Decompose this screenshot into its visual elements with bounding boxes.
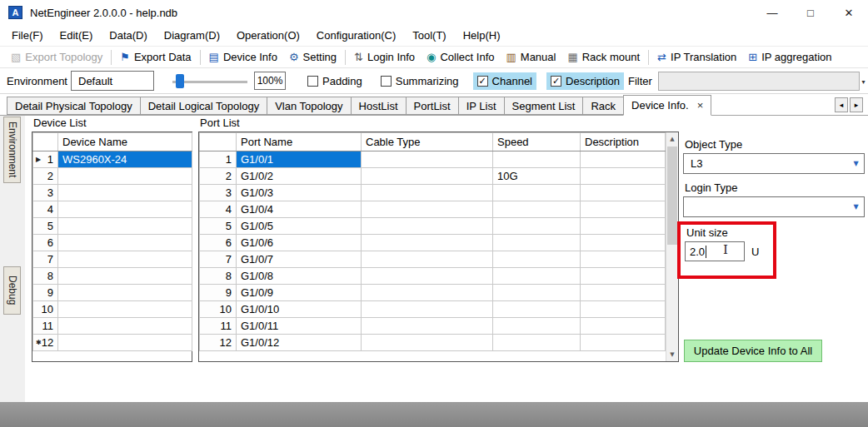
row-header[interactable]: 3 [33,185,58,201]
row-header[interactable]: 11 [33,318,58,335]
port-desc-cell[interactable] [581,251,666,268]
checkbox-summarizing[interactable]: Summarizing [377,72,463,90]
object-type-select[interactable]: L3 ▼ [683,153,865,174]
port-desc-cell[interactable] [581,268,666,285]
side-tab-environment[interactable]: Environment [3,117,21,183]
tab-vlan-topology[interactable]: Vlan Topology [267,97,351,115]
row-header[interactable]: 10 [200,301,237,318]
port-grid-header-description[interactable]: Description [581,133,666,151]
unit-size-input[interactable]: 2.0 [685,241,745,261]
port-cable-cell[interactable] [362,201,493,218]
environment-select[interactable]: Default [71,71,154,91]
zoom-value[interactable]: 100% [254,72,286,90]
device-name-cell[interactable] [58,168,192,185]
device-grid-corner[interactable] [33,133,58,151]
ip-aggregation-button[interactable]: ⊞IP aggregation [742,49,837,65]
port-desc-cell[interactable] [581,301,666,318]
port-port-cell[interactable]: G1/0/6 [237,235,362,251]
device-name-cell[interactable]: WS2960X-24 [58,151,192,168]
device-name-cell[interactable] [58,268,192,285]
tab-scroll-left-icon[interactable]: ◂ [835,97,848,112]
row-header[interactable]: ✱12 [33,335,58,351]
menu-file-f[interactable]: File(F) [3,26,52,45]
port-grid-header-speed[interactable]: Speed [493,133,581,151]
port-desc-cell[interactable] [581,335,666,351]
port-cable-cell[interactable] [362,285,493,301]
port-cable-cell[interactable] [362,268,493,285]
row-header[interactable]: 4 [200,201,237,218]
port-port-cell[interactable]: G1/0/2 [237,168,362,185]
tab-close-icon[interactable]: × [697,99,704,112]
side-tab-debug[interactable]: Debug [3,266,21,315]
port-port-cell[interactable]: G1/0/9 [237,285,362,301]
export-data-button[interactable]: ⚑Export Data [114,49,197,65]
device-name-cell[interactable] [58,235,192,251]
device-info-button[interactable]: ▤Device Info [203,49,283,65]
port-grid-corner[interactable] [200,133,237,151]
port-speed-cell[interactable] [493,251,581,268]
port-speed-cell[interactable]: 10G [493,168,581,185]
checkbox-padding[interactable]: Padding [303,72,367,90]
collect-info-button[interactable]: ◉Collect Info [421,49,500,65]
port-port-cell[interactable]: G1/0/12 [237,335,362,351]
tab-scroll-right-icon[interactable]: ▸ [850,97,863,112]
port-cable-cell[interactable] [362,185,493,201]
row-header[interactable]: 9 [33,285,58,301]
device-name-cell[interactable] [58,335,192,351]
port-desc-cell[interactable] [581,235,666,251]
port-port-cell[interactable]: G1/0/1 [237,151,362,168]
port-speed-cell[interactable] [493,285,581,301]
menu-diagram-d[interactable]: Diagram(D) [156,26,228,45]
port-desc-cell[interactable] [581,168,666,185]
row-header[interactable]: 8 [200,268,237,285]
login-info-button[interactable]: ⇅Login Info [348,49,421,65]
row-header[interactable]: 4 [33,201,58,218]
export-topology-button[interactable]: ▧Export Topology [5,49,108,65]
port-speed-cell[interactable] [493,318,581,335]
scrollbar-thumb[interactable] [667,146,677,245]
ip-translation-button[interactable]: ⇄IP Translation [651,49,742,65]
menu-configuration-c[interactable]: Configuration(C) [308,26,404,45]
port-desc-cell[interactable] [581,218,666,235]
tab-device-info[interactable]: Device Info.× [623,95,711,116]
port-port-cell[interactable]: G1/0/5 [237,218,362,235]
port-cable-cell[interactable] [362,168,493,185]
row-header[interactable]: 3 [200,185,237,201]
port-speed-cell[interactable] [493,301,581,318]
menu-help-h[interactable]: Help(H) [455,26,509,45]
row-header[interactable]: 10 [33,301,58,318]
row-header[interactable]: 6 [200,235,237,251]
minimize-icon[interactable]: — [753,0,791,25]
port-cable-cell[interactable] [362,151,493,168]
port-cable-cell[interactable] [362,318,493,335]
menu-operation-o[interactable]: Operation(O) [228,26,308,45]
port-speed-cell[interactable] [493,218,581,235]
tab-segment-list[interactable]: Segment List [504,97,584,115]
setting-button[interactable]: ⚙Setting [283,49,342,65]
row-header[interactable]: 11 [200,318,237,335]
port-port-cell[interactable]: G1/0/11 [237,318,362,335]
port-desc-cell[interactable] [581,318,666,335]
rack-mount-button[interactable]: ▦Rack mount [561,49,646,65]
filter-dropdown-icon[interactable]: ▾ [860,74,867,89]
tab-portlist[interactable]: PortList [406,97,459,115]
port-port-cell[interactable]: G1/0/4 [237,201,362,218]
device-name-cell[interactable] [58,218,192,235]
device-name-cell[interactable] [58,318,192,335]
device-name-cell[interactable] [58,251,192,268]
filter-input[interactable] [658,72,860,91]
port-port-cell[interactable]: G1/0/10 [237,301,362,318]
device-name-cell[interactable] [58,185,192,201]
tab-detail-logical-topology[interactable]: Detail Logical Topology [140,97,267,115]
port-port-cell[interactable]: G1/0/3 [237,185,362,201]
port-speed-cell[interactable] [493,151,581,168]
row-header[interactable]: 8 [33,268,58,285]
port-speed-cell[interactable] [493,235,581,251]
update-device-info-button[interactable]: Update Device Info to All [684,340,822,362]
zoom-slider-handle[interactable] [176,74,184,88]
port-cable-cell[interactable] [362,235,493,251]
row-header[interactable]: 7 [200,251,237,268]
close-icon[interactable]: ✕ [830,0,868,25]
port-port-cell[interactable]: G1/0/8 [237,268,362,285]
row-header[interactable]: 6 [33,235,58,251]
